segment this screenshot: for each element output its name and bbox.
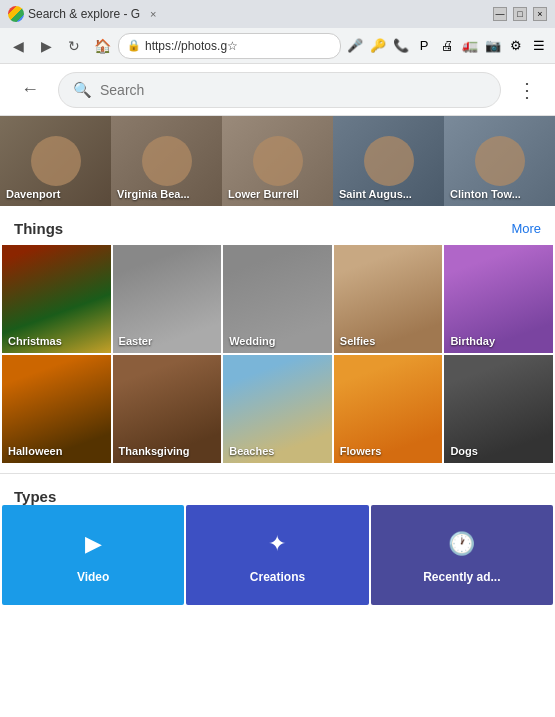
thing-cell-beaches[interactable]: Beaches: [223, 355, 332, 463]
thing-cell-wedding[interactable]: Wedding: [223, 245, 332, 353]
place-label-2: Lower Burrell: [228, 188, 299, 200]
address-bar[interactable]: 🔒 https://photos.g☆: [118, 33, 341, 59]
thing-cell-selfies[interactable]: Selfies: [334, 245, 443, 353]
minimize-button[interactable]: —: [493, 7, 507, 21]
type-cell-recently-ad...[interactable]: 🕐Recently ad...: [371, 505, 553, 605]
place-cell-2[interactable]: Lower Burrell: [222, 116, 333, 206]
phone-icon[interactable]: 📞: [391, 36, 411, 56]
type-cell-video[interactable]: ▶Video: [2, 505, 184, 605]
thing-label-0: Christmas: [8, 335, 62, 347]
tab-close-button[interactable]: ×: [150, 8, 156, 20]
types-grid: ▶Video✦Creations🕐Recently ad...: [0, 505, 555, 605]
menu-icon[interactable]: ☰: [529, 36, 549, 56]
thing-cell-birthday[interactable]: Birthday: [444, 245, 553, 353]
thing-cell-halloween[interactable]: Halloween: [2, 355, 111, 463]
place-label-3: Saint Augus...: [339, 188, 412, 200]
ext2-icon[interactable]: 📷: [483, 36, 503, 56]
types-section-header: Types: [0, 474, 555, 505]
place-label-0: Davenport: [6, 188, 60, 200]
thing-label-9: Dogs: [450, 445, 478, 457]
type-label-1: Creations: [250, 570, 305, 584]
thing-label-8: Flowers: [340, 445, 382, 457]
pinterest-icon[interactable]: P: [414, 36, 434, 56]
app-back-button[interactable]: ←: [12, 72, 48, 108]
thing-cell-dogs[interactable]: Dogs: [444, 355, 553, 463]
thing-label-4: Birthday: [450, 335, 495, 347]
tab-area: Search & explore - G ×: [8, 6, 493, 22]
thing-label-5: Halloween: [8, 445, 62, 457]
google-photos-favicon: [8, 6, 24, 22]
thing-label-7: Beaches: [229, 445, 274, 457]
types-title: Types: [14, 488, 56, 505]
mic-icon[interactable]: 🎤: [345, 36, 365, 56]
maximize-button[interactable]: □: [513, 7, 527, 21]
ext3-icon[interactable]: ⚙: [506, 36, 526, 56]
place-label-4: Clinton Tow...: [450, 188, 521, 200]
thing-cell-thanksgiving[interactable]: Thanksgiving: [113, 355, 222, 463]
browser-toolbar-icons: 🎤 🔑 📞 P 🖨 🚛 📷 ⚙ ☰: [345, 36, 549, 56]
home-button[interactable]: 🏠: [90, 34, 114, 58]
thing-label-2: Wedding: [229, 335, 275, 347]
thing-label-3: Selfies: [340, 335, 375, 347]
things-more-link[interactable]: More: [511, 221, 541, 236]
print-icon[interactable]: 🖨: [437, 36, 457, 56]
app-header: ← 🔍 ⋮: [0, 64, 555, 116]
forward-button[interactable]: ▶: [34, 34, 58, 58]
search-icon: 🔍: [73, 81, 92, 99]
close-button[interactable]: ×: [533, 7, 547, 21]
main-content: DavenportVirginia Bea...Lower BurrellSai…: [0, 116, 555, 717]
places-row: DavenportVirginia Bea...Lower BurrellSai…: [0, 116, 555, 206]
browser-toolbar: ◀ ▶ ↻ 🏠 🔒 https://photos.g☆ 🎤 🔑 📞 P 🖨 🚛 …: [0, 28, 555, 64]
type-label-0: Video: [77, 570, 109, 584]
window-controls: — □ ×: [493, 7, 547, 21]
thing-cell-flowers[interactable]: Flowers: [334, 355, 443, 463]
things-section-header: Things More: [0, 206, 555, 245]
key-icon[interactable]: 🔑: [368, 36, 388, 56]
tab-label: Search & explore - G: [28, 7, 140, 21]
type-icon-2: 🕐: [444, 526, 480, 562]
type-label-2: Recently ad...: [423, 570, 500, 584]
more-options-button[interactable]: ⋮: [511, 72, 543, 108]
ssl-icon: 🔒: [127, 39, 141, 52]
thing-cell-easter[interactable]: Easter: [113, 245, 222, 353]
thing-label-1: Easter: [119, 335, 153, 347]
search-input[interactable]: [100, 82, 486, 98]
back-button[interactable]: ◀: [6, 34, 30, 58]
title-bar: Search & explore - G × — □ ×: [0, 0, 555, 28]
type-cell-creations[interactable]: ✦Creations: [186, 505, 368, 605]
ext1-icon[interactable]: 🚛: [460, 36, 480, 56]
reload-button[interactable]: ↻: [62, 34, 86, 58]
type-icon-0: ▶: [75, 526, 111, 562]
type-icon-1: ✦: [259, 526, 295, 562]
search-box[interactable]: 🔍: [58, 72, 501, 108]
things-title: Things: [14, 220, 63, 237]
place-cell-3[interactable]: Saint Augus...: [333, 116, 444, 206]
thing-label-6: Thanksgiving: [119, 445, 190, 457]
place-label-1: Virginia Bea...: [117, 188, 190, 200]
address-text: https://photos.g☆: [145, 39, 238, 53]
things-grid: ChristmasEasterWeddingSelfiesBirthdayHal…: [0, 245, 555, 463]
thing-cell-christmas[interactable]: Christmas: [2, 245, 111, 353]
place-cell-4[interactable]: Clinton Tow...: [444, 116, 555, 206]
place-cell-1[interactable]: Virginia Bea...: [111, 116, 222, 206]
place-cell-0[interactable]: Davenport: [0, 116, 111, 206]
